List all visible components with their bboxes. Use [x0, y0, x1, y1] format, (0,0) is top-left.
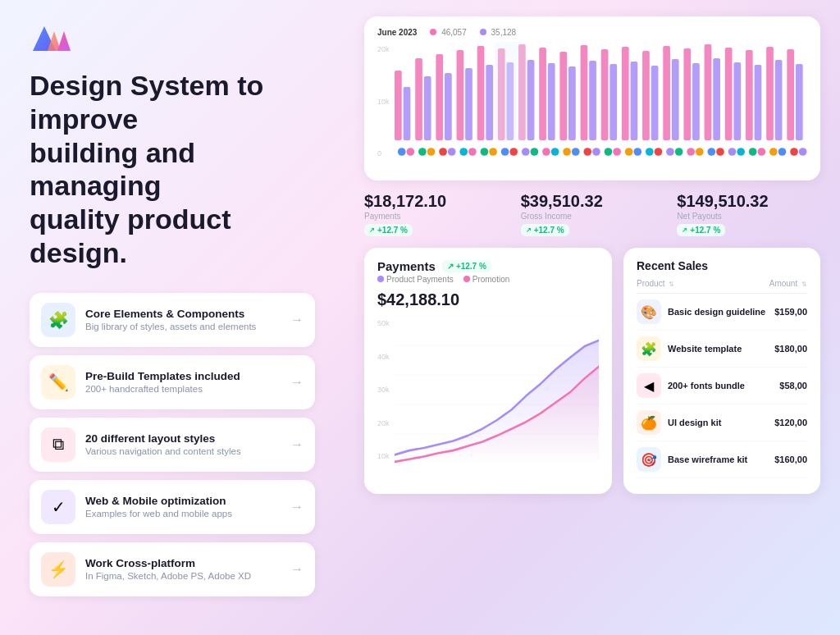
feature-sub-pre-build: 200+ handcrafted templates [85, 384, 281, 394]
svg-rect-8 [445, 73, 452, 140]
chart-title: June 2023 [377, 28, 417, 37]
chart-legend: June 2023 46,057 35,128 [377, 28, 807, 37]
svg-rect-30 [671, 59, 678, 140]
sales-amount: $58,00 [779, 381, 807, 391]
svg-point-44 [397, 148, 405, 156]
logo [30, 23, 315, 53]
svg-point-68 [645, 148, 653, 156]
feature-icon-web-mobile: ✓ [41, 490, 75, 524]
stat-badge-payments: ↗ +12.7 % [364, 224, 413, 236]
svg-point-81 [778, 148, 786, 156]
amount-col-header: Amount ⇅ [769, 279, 807, 288]
stats-row: $18,172.10 Payments ↗ +12.7 % $39,510.32… [364, 192, 820, 236]
feature-sub-core-elements: Big library of styles, assets and elemen… [85, 322, 281, 331]
stat-badge-gross: ↗ +12.7 % [521, 224, 569, 236]
bar-chart-panel: June 2023 46,057 35,128 20k 10k 0 [364, 16, 820, 180]
sales-row: 🎨 Basic design guideline $159,00 [637, 294, 807, 331]
svg-point-79 [757, 148, 765, 156]
feature-arrow-cross-platform[interactable]: → [290, 562, 304, 577]
bottom-panels: Payments ↗ +12.7 % Product Payments Prom… [364, 248, 820, 494]
svg-point-56 [521, 148, 529, 156]
features-list: 🧩 Core Elements & Components Big library… [30, 293, 315, 596]
feature-arrow-core-elements[interactable]: → [290, 313, 304, 327]
svg-rect-35 [724, 48, 732, 140]
feature-text-web-mobile: Web & Mobile optimization Examples for w… [85, 495, 281, 519]
svg-rect-37 [745, 50, 752, 140]
feature-card-cross-platform: ⚡ Work Cross-platform In Figma, Sketch, … [30, 542, 315, 596]
legend-item-pink: 46,057 [430, 28, 466, 37]
svg-rect-11 [477, 46, 484, 140]
svg-point-67 [633, 148, 641, 156]
sales-amount: $180,00 [774, 344, 807, 354]
svg-rect-6 [423, 76, 431, 140]
right-panel: June 2023 46,057 35,128 20k 10k 0 [345, 0, 840, 635]
bar-chart-svg [395, 42, 807, 140]
sales-icon: 🎨 [637, 299, 661, 324]
svg-point-63 [592, 148, 600, 156]
stat-payments: $18,172.10 Payments ↗ +12.7 % [364, 192, 508, 236]
feature-card-web-mobile: ✓ Web & Mobile optimization Examples for… [30, 480, 315, 534]
svg-point-64 [604, 148, 612, 156]
svg-point-65 [613, 148, 621, 156]
svg-rect-9 [456, 50, 463, 140]
svg-point-49 [447, 148, 455, 156]
svg-rect-4 [403, 87, 410, 140]
svg-point-61 [571, 148, 579, 156]
feature-text-cross-platform: Work Cross-platform In Figma, Sketch, Ad… [85, 557, 281, 581]
line-legend: Product Payments Promotion [377, 275, 599, 284]
sales-amount: $120,00 [774, 418, 807, 427]
svg-rect-21 [580, 45, 587, 140]
feature-card-layout-styles: ⧉ 20 different layout styles Various nav… [30, 418, 315, 472]
svg-rect-31 [683, 48, 691, 140]
svg-rect-33 [704, 44, 711, 140]
feature-icon-core-elements: 🧩 [41, 303, 75, 337]
svg-rect-26 [630, 62, 637, 140]
sales-amount: $160,00 [774, 455, 807, 464]
svg-point-75 [716, 148, 724, 156]
sales-row: 🎯 Base wireframe kit $160,00 [637, 441, 807, 478]
svg-rect-17 [539, 48, 546, 140]
sales-product-name: Website template [668, 344, 768, 354]
feature-arrow-pre-build[interactable]: → [290, 375, 304, 390]
sales-icon: 🍊 [637, 410, 661, 435]
svg-point-78 [748, 148, 756, 156]
line-chart-panel: Payments ↗ +12.7 % Product Payments Prom… [364, 248, 612, 494]
svg-rect-40 [774, 60, 782, 140]
svg-rect-41 [787, 49, 794, 140]
sales-icon: 🧩 [637, 336, 661, 361]
svg-point-46 [418, 148, 427, 156]
svg-marker-2 [57, 31, 71, 51]
svg-rect-34 [713, 58, 720, 140]
svg-rect-43 [495, 42, 527, 140]
sales-rows: 🎨 Basic design guideline $159,00 🧩 Websi… [637, 294, 807, 478]
sales-row: 🍊 UI design kit $120,00 [637, 404, 807, 441]
headline: Design System to improve building and ma… [30, 69, 315, 270]
feature-title-cross-platform: Work Cross-platform [85, 557, 281, 569]
svg-point-71 [674, 148, 682, 156]
sales-product-name: Base wireframe kit [668, 455, 768, 464]
svg-point-52 [480, 148, 488, 156]
svg-point-66 [624, 148, 632, 156]
svg-point-53 [489, 148, 497, 156]
svg-rect-18 [547, 63, 555, 140]
x-axis-icons [395, 145, 807, 158]
svg-rect-24 [609, 64, 617, 140]
svg-rect-25 [621, 47, 628, 140]
feature-title-web-mobile: Web & Mobile optimization [85, 495, 281, 507]
svg-point-54 [500, 148, 509, 156]
svg-point-82 [790, 148, 798, 156]
feature-arrow-layout-styles[interactable]: → [290, 437, 304, 452]
svg-rect-38 [754, 65, 761, 140]
svg-point-55 [509, 148, 518, 156]
sales-product-name: Basic design guideline [668, 307, 768, 317]
svg-point-72 [687, 148, 695, 156]
svg-point-77 [737, 148, 745, 156]
stat-gross: $39,510.32 Gross Income ↗ +12.7 % [521, 192, 664, 236]
feature-arrow-web-mobile[interactable]: → [290, 500, 304, 514]
svg-point-83 [798, 148, 806, 156]
svg-point-76 [728, 148, 736, 156]
svg-rect-36 [733, 62, 741, 140]
feature-title-core-elements: Core Elements & Components [85, 308, 281, 320]
svg-point-59 [550, 148, 559, 156]
svg-rect-28 [651, 66, 658, 140]
